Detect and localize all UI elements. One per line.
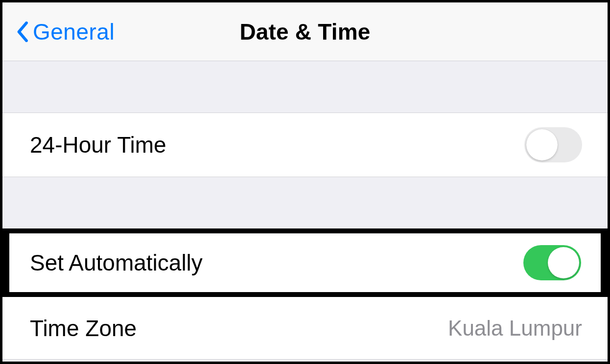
row-set-automatically: Set Automatically [2,228,608,297]
row-time-zone[interactable]: Time Zone Kuala Lumpur [2,297,608,360]
nav-bar: General Date & Time [2,2,608,61]
row-label: Time Zone [30,315,137,341]
toggle-knob [526,129,558,160]
row-24-hour-time: 24-Hour Time [2,113,608,177]
row-label: Set Automatically [30,250,203,276]
toggle-set-automatically[interactable] [523,245,581,280]
row-label: 24-Hour Time [30,132,166,158]
toggle-24-hour-time[interactable] [524,127,582,162]
section-spacer [2,177,608,228]
toggle-knob [548,247,579,278]
back-label: General [33,19,115,45]
section-spacer [2,61,608,113]
row-value: Kuala Lumpur [448,316,582,341]
page-title: Date & Time [239,19,370,45]
chevron-left-icon [16,21,30,43]
settings-screen: General Date & Time 24-Hour Time Set Aut… [0,0,610,364]
back-button[interactable]: General [16,19,115,45]
